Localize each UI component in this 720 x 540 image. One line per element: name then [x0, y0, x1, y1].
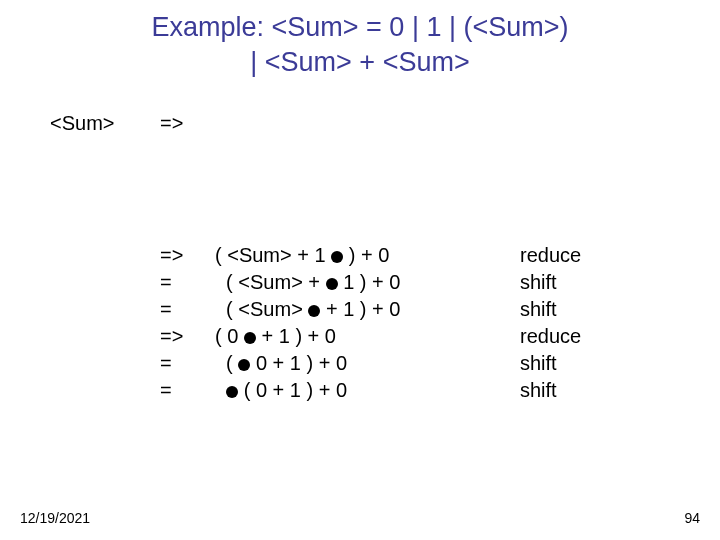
expr-pre: ( <Sum> +	[215, 271, 326, 293]
expr-post: 1 ) + 0	[338, 271, 401, 293]
derivation-row: = ( <Sum> + 1 ) + 0 shift	[50, 296, 581, 323]
expr-post: + 1 ) + 0	[256, 325, 336, 347]
expr-post: ) + 0	[343, 244, 389, 266]
expr-post: 0 + 1 ) + 0	[250, 352, 347, 374]
footer-date: 12/19/2021	[20, 510, 90, 526]
title-line-2: | <Sum> + <Sum>	[0, 45, 720, 80]
expr-pre: ( 0	[215, 325, 244, 347]
arrow-symbol: =	[160, 269, 215, 296]
expr-pre: ( <Sum>	[215, 298, 308, 320]
derivation-row: => ( <Sum> + 1 ) + 0 reduce	[50, 242, 581, 269]
derivation-row: = ( 0 + 1 ) + 0 shift	[50, 377, 581, 404]
bullet-icon	[326, 278, 338, 290]
expr-pre	[215, 379, 226, 401]
expr-cell: ( <Sum> + 1 ) + 0	[215, 269, 520, 296]
expr-cell: ( 0 + 1 ) + 0	[215, 377, 520, 404]
derivation-row: => ( 0 + 1 ) + 0 reduce	[50, 323, 581, 350]
action-cell: shift	[520, 296, 557, 323]
derivation-row: = ( 0 + 1 ) + 0 shift	[50, 350, 581, 377]
expr-post: ( 0 + 1 ) + 0	[238, 379, 347, 401]
footer-page-number: 94	[684, 510, 700, 526]
expr-post: + 1 ) + 0	[320, 298, 400, 320]
bullet-icon	[308, 305, 320, 317]
bullet-icon	[226, 386, 238, 398]
expr-cell: ( <Sum> + 1 ) + 0	[215, 242, 520, 269]
bullet-icon	[238, 359, 250, 371]
expr-cell: ( 0 + 1 ) + 0	[215, 323, 520, 350]
arrow-symbol: =	[160, 350, 215, 377]
slide-title: Example: <Sum> = 0 | 1 | (<Sum>) | <Sum>…	[0, 0, 720, 80]
arrow-symbol: =>	[160, 323, 215, 350]
action-cell: reduce	[520, 242, 581, 269]
action-cell: shift	[520, 269, 557, 296]
title-line-1: Example: <Sum> = 0 | 1 | (<Sum>)	[0, 10, 720, 45]
derivation-start-row: <Sum> =>	[50, 110, 581, 137]
derivation-row: = ( <Sum> + 1 ) + 0 shift	[50, 269, 581, 296]
expr-cell: ( <Sum> + 1 ) + 0	[215, 296, 520, 323]
arrow-symbol: =>	[160, 110, 215, 137]
action-cell: shift	[520, 350, 557, 377]
action-cell: reduce	[520, 323, 581, 350]
blank-gap	[50, 137, 581, 242]
bullet-icon	[244, 332, 256, 344]
expr-pre: (	[215, 352, 238, 374]
arrow-symbol: =>	[160, 242, 215, 269]
lhs-symbol: <Sum>	[50, 110, 160, 137]
slide-body: <Sum> => => ( <Sum> + 1 ) + 0 reduce = (…	[50, 110, 581, 404]
expr-pre: ( <Sum> + 1	[215, 244, 331, 266]
arrow-symbol: =	[160, 296, 215, 323]
expr-cell: ( 0 + 1 ) + 0	[215, 350, 520, 377]
action-cell: shift	[520, 377, 557, 404]
arrow-symbol: =	[160, 377, 215, 404]
slide: Example: <Sum> = 0 | 1 | (<Sum>) | <Sum>…	[0, 0, 720, 540]
bullet-icon	[331, 251, 343, 263]
